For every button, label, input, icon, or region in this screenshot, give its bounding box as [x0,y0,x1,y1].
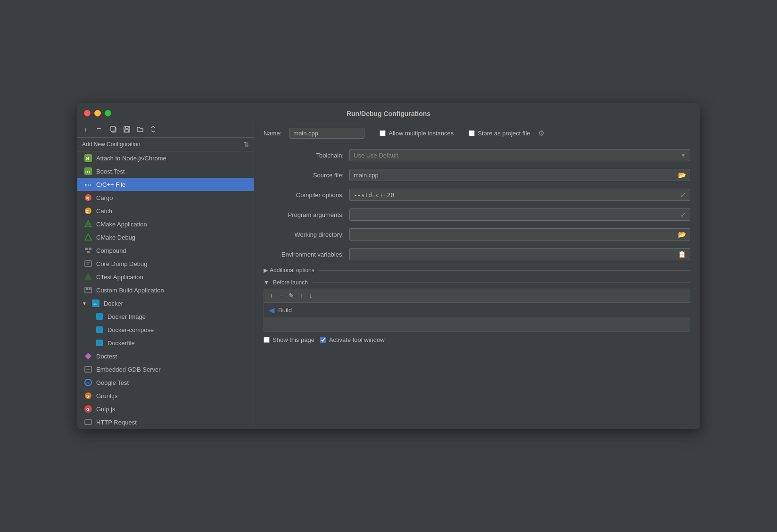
compiler-options-row: Compiler options: ⤢ [254,185,700,205]
store-project-label: Store as project file [478,130,530,137]
svg-rect-21 [89,248,91,250]
svg-text:BT: BT [85,170,91,174]
sidebar-item-label: Core Dump Debug [96,260,147,267]
before-launch-edit-button[interactable]: ✎ [287,291,296,300]
sidebar-item-docker-compose[interactable]: Docker-compose [77,323,254,336]
env-vars-edit-icon[interactable]: 📋 [674,250,690,258]
additional-options-chevron-icon: ▶ [264,267,268,274]
sidebar-item-cpp-file[interactable]: C++ C/C++ File [77,178,254,191]
before-launch-down-button[interactable]: ↓ [307,291,314,300]
maximize-button[interactable] [105,110,111,116]
sidebar-item-ctest[interactable]: CTest Application [77,270,254,283]
sidebar-item-boost-test[interactable]: BT Boost.Test [77,165,254,178]
sidebar-item-embedded-gdb[interactable]: Embedded GDB Server [77,363,254,376]
svg-text:N: N [86,156,89,161]
sidebar-item-label: Docker [104,300,123,307]
sidebar-item-cargo[interactable]: R Cargo [77,191,254,204]
collapse-section-button[interactable]: ⇅ [243,141,249,148]
sidebar-item-compound[interactable]: Compound [77,244,254,257]
sidebar-item-google-test[interactable]: G Google Test [77,376,254,389]
minimize-button[interactable] [94,110,101,116]
show-page-checkbox[interactable] [264,337,270,343]
sidebar-item-http-request[interactable]: HTTP Request [77,416,254,429]
svg-text:+: + [83,126,87,133]
source-file-input[interactable] [350,170,674,181]
before-launch-add-button[interactable]: + [268,291,275,300]
before-launch-up-button[interactable]: ↑ [298,291,305,300]
copy-config-button[interactable] [107,124,120,134]
working-dir-row: Working directory: 📂 [254,224,700,244]
compiler-options-input[interactable] [350,190,677,200]
working-dir-input[interactable] [350,229,674,240]
save-config-button[interactable] [121,124,133,134]
close-button[interactable] [84,110,91,116]
svg-rect-20 [85,248,88,250]
activate-tool-checkbox[interactable] [320,337,326,343]
compound-icon [84,246,92,255]
before-launch-remove-button[interactable]: − [277,291,285,300]
activate-tool-group: Activate tool window [320,336,385,343]
sidebar-item-catch[interactable]: C Catch [77,204,254,217]
svg-rect-22 [87,251,90,253]
name-input[interactable] [289,128,364,139]
svg-marker-19 [85,234,91,240]
working-dir-browse-icon[interactable]: 📂 [674,231,690,238]
configuration-list: N Attach to Node.js/Chrome BT Boost.Test [77,151,254,429]
activate-tool-label: Activate tool window [329,336,385,343]
store-project-checkbox[interactable] [469,130,475,136]
sidebar-item-cmake-debug[interactable]: CMake Debug [77,231,254,244]
add-config-button[interactable]: + [81,124,93,134]
sidebar-item-label: CMake Debug [96,234,135,241]
program-args-input[interactable] [350,209,677,220]
sidebar-item-label: HTTP Request [96,419,137,426]
sidebar-item-custom-build[interactable]: Custom Build Application [77,283,254,297]
additional-options-section[interactable]: ▶ Additional options [254,264,700,276]
svg-rect-5 [125,126,128,128]
ctest-icon [84,273,92,281]
remove-config-button[interactable]: − [94,124,107,134]
gulp-icon: G [84,405,92,413]
before-launch-section: ▼ Before launch [254,276,700,289]
sidebar-item-doctest[interactable]: Doctest [77,349,254,363]
dropdown-arrow-icon: ▼ [680,152,686,158]
toolchain-dropdown[interactable]: Use Use Default ▼ [349,149,690,161]
folder-config-button[interactable] [134,124,146,134]
sidebar-item-docker[interactable]: ▼ 🐳 Docker [77,297,254,310]
cargo-icon: R [84,193,92,202]
program-args-label: Program arguments: [264,211,344,218]
sidebar-item-gulp[interactable]: G Gulp.js [77,402,254,416]
allow-multiple-checkbox[interactable] [380,130,386,136]
catch-icon: C [84,207,92,215]
sidebar-item-grunt[interactable]: G Grunt.js [77,389,254,402]
source-file-browse-icon[interactable]: 📂 [674,171,690,179]
env-vars-label: Environment variables: [264,251,344,258]
title-bar: Run/Debug Configurations [77,103,700,121]
sidebar-item-docker-image[interactable]: Docker Image [77,310,254,323]
sidebar-item-cmake-app[interactable]: CMake Application [77,217,254,231]
grunt-icon: G [84,391,92,400]
coredump-icon [84,259,92,268]
program-args-expand-icon[interactable]: ⤢ [677,211,690,218]
svg-text:🐳: 🐳 [93,301,98,306]
run-debug-dialog: Run/Debug Configurations + − [77,103,700,429]
sidebar-item-attach-nodejs[interactable]: N Attach to Node.js/Chrome [77,151,254,165]
doctest-icon [84,352,92,360]
before-launch-header: ▼ Before launch [264,279,690,286]
sidebar-item-label: Cargo [96,194,113,201]
before-launch-build-item[interactable]: ◀ Build [264,303,690,317]
sidebar-item-label: Attach to Node.js/Chrome [96,155,166,162]
settings-gear-button[interactable]: ⚙ [538,129,545,138]
compiler-options-expand-icon[interactable]: ⤢ [677,191,690,199]
svg-text:G: G [86,394,90,399]
docker-compose-icon [95,325,104,334]
svg-text:C: C [86,209,89,214]
env-vars-input[interactable] [350,249,674,260]
sidebar-item-label: Docker-compose [107,326,154,333]
additional-options-toggle[interactable]: ▶ Additional options [264,267,314,274]
custom-build-icon [84,286,92,294]
sidebar-item-coredump[interactable]: Core Dump Debug [77,257,254,270]
sidebar-item-dockerfile[interactable]: Dockerfile [77,336,254,349]
svg-text:C++: C++ [85,183,91,187]
cmake-debug-icon [84,233,92,241]
sort-config-button[interactable] [147,124,159,134]
